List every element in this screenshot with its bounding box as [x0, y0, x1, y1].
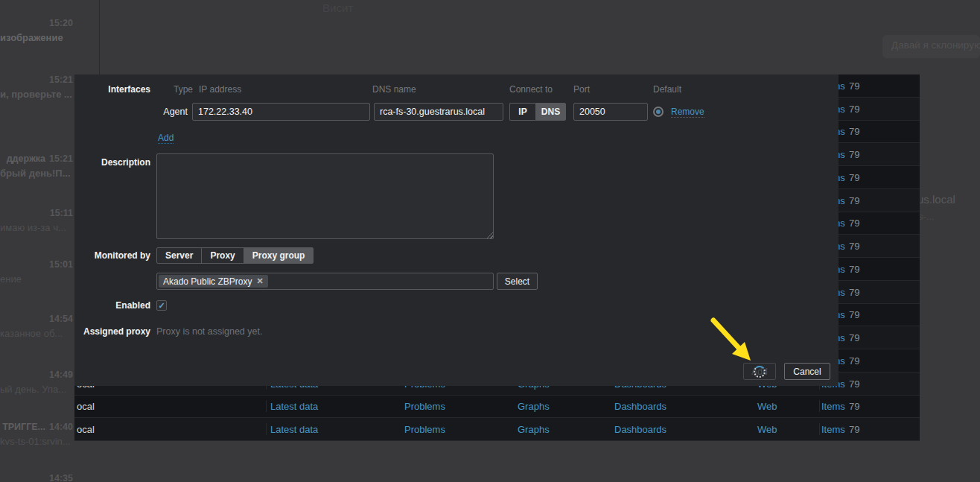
monitored-by-proxy-option[interactable]: Proxy — [201, 247, 244, 264]
problems-link[interactable]: Problems — [404, 424, 445, 435]
chat-time: 15:11 — [50, 208, 73, 218]
chat-time: 15:21 — [49, 153, 73, 164]
chat-list-item[interactable]: ддержка15:21 брый день!П... — [0, 153, 73, 164]
items-count: 79 — [849, 241, 859, 252]
chat-list-item[interactable]: 14:35 — [0, 473, 73, 482]
chat-top-message: Висит — [322, 1, 353, 14]
dns-name-input[interactable] — [374, 103, 503, 121]
cancel-button[interactable]: Cancel — [784, 363, 830, 380]
items-count: 79 — [849, 103, 859, 114]
interface-type-header: Type — [174, 84, 193, 95]
connect-to-toggle: IP DNS — [509, 103, 566, 121]
latest-data-link[interactable]: Latest data — [270, 401, 318, 412]
chat-preview: ение — [0, 273, 72, 285]
chat-preview: изображение — [0, 32, 72, 43]
interface-default-header: Default — [653, 84, 681, 95]
chat-preview: брый день!П... — [0, 168, 72, 179]
description-label: Description — [74, 157, 150, 168]
ip-address-input[interactable] — [192, 103, 370, 121]
chat-time: 15:21 — [49, 74, 73, 85]
chat-time: 15:20 — [49, 18, 73, 28]
column-divider — [266, 423, 267, 435]
description-textarea[interactable] — [156, 153, 494, 239]
host-name-fragment: ocal — [77, 401, 95, 412]
enabled-checkbox[interactable]: ✓ — [156, 300, 167, 311]
chat-sender: ТРИГГЕ... — [2, 422, 45, 432]
monitored-by-server-option[interactable]: Server — [156, 247, 202, 264]
items-count: 79 — [849, 401, 859, 412]
chat-list-item[interactable]: 14:49 ый день. Упа... — [0, 370, 73, 380]
connect-ip-option[interactable]: IP — [509, 103, 535, 121]
assigned-proxy-label: Assigned proxy — [74, 326, 150, 337]
monitored-by-proxy-group-option[interactable]: Proxy group — [244, 247, 314, 264]
interface-ip-header: IP address — [199, 84, 241, 95]
chat-list-item[interactable]: 15:11 имаю из-за ч... — [0, 208, 73, 218]
items-count: 79 — [849, 171, 859, 183]
chat-time: 14:49 — [49, 370, 73, 380]
monitored-by-segmented: Server Proxy Proxy group — [156, 247, 314, 264]
chat-list-item[interactable]: 15:21 и, проверьте ... — [0, 74, 73, 85]
assigned-proxy-value: Proxy is not assigned yet. — [156, 326, 262, 337]
chip-close-icon[interactable]: ✕ — [256, 276, 263, 286]
web-link[interactable]: Web — [757, 424, 777, 435]
chat-pane-divider — [99, 0, 100, 74]
chat-preview: kvs-ts-01:srvin... — [0, 436, 72, 447]
items-count: 79 — [849, 309, 859, 320]
items-count: 79 — [849, 126, 859, 137]
chat-preview: и, проверьте ... — [0, 89, 72, 100]
column-divider — [819, 400, 820, 412]
problems-link[interactable]: Problems — [404, 401, 445, 412]
select-button[interactable]: Select — [497, 273, 538, 290]
interface-type-value: Agent — [156, 107, 188, 117]
proxy-group-chip: Akado Public ZBProxy ✕ — [159, 275, 268, 288]
items-count: 79 — [849, 355, 859, 366]
items-count: 79 — [849, 194, 859, 206]
latest-data-link[interactable]: Latest data — [270, 424, 318, 435]
interface-port-header: Port — [573, 84, 590, 95]
proxy-group-multiselect[interactable]: Akado Public ZBProxy ✕ — [156, 273, 494, 290]
interfaces-label: Interfaces — [74, 84, 150, 95]
loading-spinner-icon — [754, 366, 766, 378]
items-count: 79 — [849, 218, 859, 229]
port-input[interactable] — [573, 103, 648, 121]
check-icon: ✓ — [158, 301, 165, 310]
chat-list-item[interactable]: 15:20 изображение — [0, 18, 73, 28]
graphs-link[interactable]: Graphs — [518, 424, 550, 435]
add-button-loading[interactable]: Add — [743, 363, 776, 380]
proxy-group-chip-label: Akado Public ZBProxy — [163, 276, 252, 287]
interface-dns-header: DNS name — [372, 84, 416, 95]
default-interface-radio[interactable] — [653, 107, 664, 117]
table-row: ocal Latest data Problems Graphs Dashboa… — [74, 418, 920, 441]
items-count: 79 — [849, 149, 859, 160]
graphs-link[interactable]: Graphs — [518, 401, 550, 412]
host-name-fragment: ocal — [77, 424, 95, 435]
chat-time: 14:35 — [49, 473, 73, 482]
items-count: 79 — [849, 424, 859, 435]
chat-time: 15:01 — [49, 259, 73, 270]
chat-preview: имаю из-за ч... — [0, 222, 72, 233]
chat-preview: ый день. Упа... — [0, 384, 72, 395]
add-interface-link[interactable]: Add — [158, 133, 174, 144]
items-link[interactable]: Items — [821, 401, 845, 412]
chat-suggestion-chip[interactable]: Давай я склонирую — [882, 35, 980, 58]
background-host-text-2: s-... — [918, 211, 935, 222]
items-count: 79 — [849, 332, 859, 343]
background-host-text: us.local — [917, 193, 955, 206]
column-divider — [819, 423, 820, 435]
dashboards-link[interactable]: Dashboards — [614, 401, 666, 412]
dashboards-link[interactable]: Dashboards — [614, 424, 666, 435]
chat-list-item[interactable]: 14:54 казанное об... — [0, 314, 73, 324]
items-link[interactable]: Items — [821, 424, 845, 435]
items-count: 79 — [849, 263, 859, 274]
table-row: ocal Latest data Problems Graphs Dashboa… — [74, 396, 920, 419]
chat-time: 14:40 — [49, 422, 73, 432]
connect-dns-option[interactable]: DNS — [535, 103, 566, 121]
chat-list-item[interactable]: 15:01 ение — [0, 259, 73, 270]
chat-sender: ддержка — [7, 153, 45, 164]
chat-list-item[interactable]: ТРИГГЕ...14:40 kvs-ts-01:srvin... — [0, 422, 73, 432]
interface-connect-header: Connect to — [509, 84, 553, 95]
web-link[interactable]: Web — [757, 401, 777, 412]
remove-interface-link[interactable]: Remove — [671, 107, 704, 118]
enabled-label: Enabled — [74, 300, 150, 311]
monitored-by-label: Monitored by — [74, 250, 150, 261]
